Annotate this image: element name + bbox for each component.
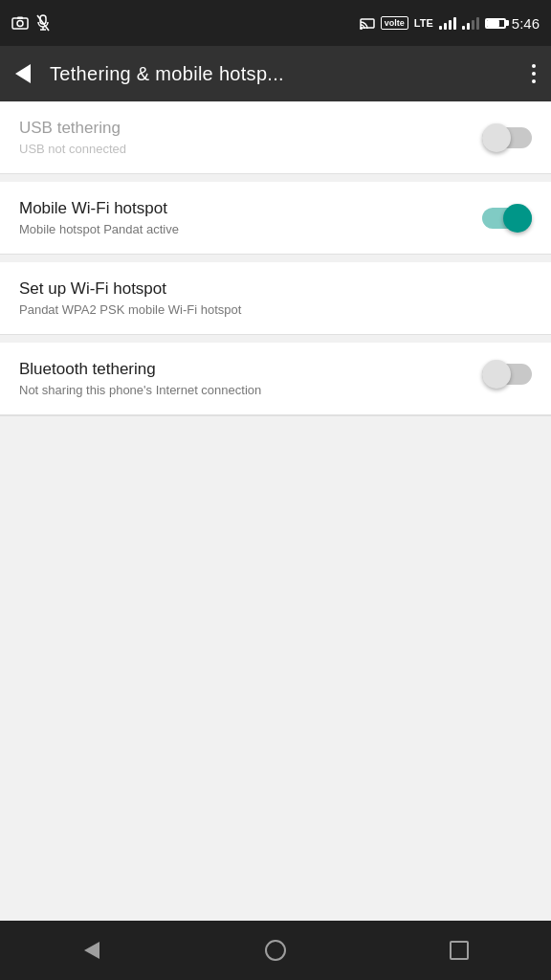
- setup-hotspot-item[interactable]: Set up Wi-Fi hotspot Pandat WPA2 PSK mob…: [0, 262, 551, 335]
- usb-tethering-thumb: [482, 123, 511, 152]
- mobile-hotspot-subtitle: Mobile hotspot Pandat active: [19, 222, 482, 236]
- mobile-hotspot-text: Mobile Wi-Fi hotspot Mobile hotspot Pand…: [19, 199, 482, 236]
- usb-tethering-text: USB tethering USB not connected: [19, 119, 482, 156]
- nav-home-icon: [265, 940, 286, 961]
- settings-list: USB tethering USB not connected Mobile W…: [0, 101, 551, 921]
- toolbar: Tethering & mobile hotsp...: [0, 46, 551, 101]
- usb-tethering-item[interactable]: USB tethering USB not connected: [0, 101, 551, 174]
- divider-3: [0, 335, 551, 343]
- bluetooth-tethering-title: Bluetooth tethering: [19, 360, 482, 379]
- status-bar: volte LTE 5:46: [0, 0, 551, 46]
- nav-back-icon: [84, 942, 99, 959]
- lte-badge: LTE: [414, 17, 433, 29]
- status-bar-left-icons: [11, 14, 50, 32]
- status-bar-right-icons: volte LTE 5:46: [360, 15, 540, 32]
- volte-badge: volte: [381, 16, 408, 30]
- mobile-hotspot-title: Mobile Wi-Fi hotspot: [19, 199, 482, 218]
- nav-bar: [0, 921, 551, 980]
- bluetooth-tethering-thumb: [482, 360, 511, 389]
- bluetooth-tethering-item[interactable]: Bluetooth tethering Not sharing this pho…: [0, 343, 551, 415]
- mobile-hotspot-thumb: [503, 204, 532, 233]
- nav-recent-button[interactable]: [435, 926, 483, 974]
- usb-tethering-title: USB tethering: [19, 119, 482, 138]
- mobile-hotspot-item[interactable]: Mobile Wi-Fi hotspot Mobile hotspot Pand…: [0, 182, 551, 255]
- svg-rect-0: [12, 18, 28, 29]
- battery-icon: [485, 18, 506, 29]
- svg-rect-2: [17, 17, 23, 20]
- setup-hotspot-text: Set up Wi-Fi hotspot Pandat WPA2 PSK mob…: [19, 279, 532, 317]
- bluetooth-tethering-text: Bluetooth tethering Not sharing this pho…: [19, 360, 482, 397]
- back-arrow-icon: [15, 64, 31, 83]
- usb-tethering-subtitle: USB not connected: [19, 142, 482, 156]
- back-button[interactable]: [15, 64, 31, 83]
- nav-recent-icon: [450, 941, 469, 960]
- divider-1: [0, 174, 551, 182]
- more-options-button[interactable]: [532, 64, 536, 83]
- divider-2: [0, 255, 551, 262]
- mic-off-icon: [36, 14, 50, 32]
- status-time: 5:46: [512, 15, 540, 32]
- dot-1: [532, 64, 536, 68]
- svg-point-8: [360, 27, 363, 30]
- setup-hotspot-subtitle: Pandat WPA2 PSK mobile Wi-Fi hotspot: [19, 302, 532, 317]
- svg-point-1: [17, 21, 23, 27]
- setup-hotspot-title: Set up Wi-Fi hotspot: [19, 279, 532, 299]
- dot-3: [532, 79, 536, 83]
- bluetooth-tethering-toggle[interactable]: [482, 360, 532, 389]
- nav-back-button[interactable]: [68, 926, 116, 974]
- divider-bottom: [0, 415, 551, 416]
- nav-home-button[interactable]: [252, 926, 299, 974]
- dot-2: [532, 72, 536, 76]
- bluetooth-tethering-subtitle: Not sharing this phone's Internet connec…: [19, 383, 383, 397]
- mobile-hotspot-toggle[interactable]: [482, 204, 532, 233]
- photo-icon: [11, 16, 29, 30]
- page-title: Tethering & mobile hotsp...: [50, 63, 513, 85]
- cast-icon: [360, 16, 375, 30]
- signal-bars-2: [462, 16, 479, 30]
- signal-bars-1: [439, 16, 456, 30]
- usb-tethering-toggle[interactable]: [482, 123, 532, 152]
